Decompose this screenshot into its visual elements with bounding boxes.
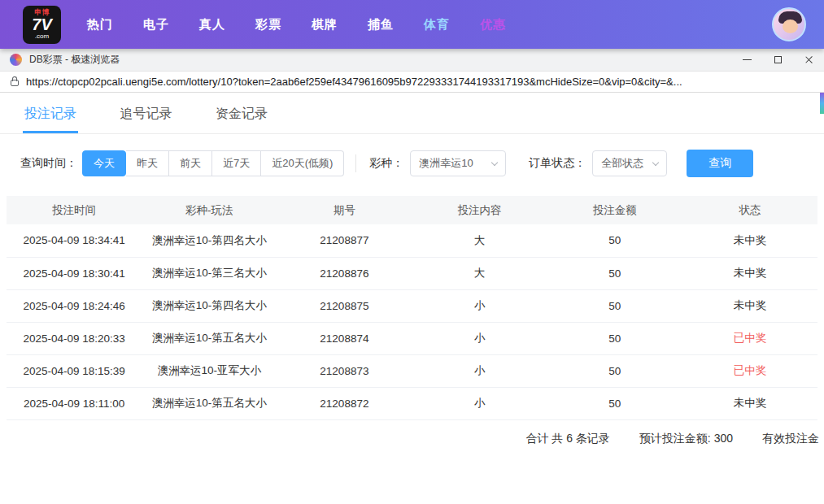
- maximize-button[interactable]: [762, 49, 793, 71]
- minimize-icon: [743, 59, 752, 60]
- window-title: DB彩票 - 极速浏览器: [29, 53, 120, 67]
- cell-issue: 21208873: [277, 354, 412, 387]
- tab-chase-records[interactable]: 追号记录: [118, 93, 173, 133]
- chevron-down-icon: [491, 159, 498, 165]
- nav-item-sports[interactable]: 体育: [424, 17, 450, 33]
- cell-amount: 50: [547, 354, 682, 387]
- cell-issue: 21208876: [277, 257, 412, 289]
- records-table-wrap: 投注时间 彩种-玩法 期号 投注内容 投注金额 状态 2025-04-09 18…: [0, 191, 824, 446]
- lottery-select[interactable]: 澳洲幸运10: [410, 150, 506, 176]
- cell-amount: 50: [547, 257, 682, 289]
- site-logo[interactable]: 申博 7V .com: [23, 6, 61, 44]
- nav-item-promo[interactable]: 优惠: [480, 17, 506, 33]
- browser-window: DB彩票 - 极速浏览器 https://ctopcp02pcali.uengi…: [0, 49, 824, 503]
- summary-valid-amount: 有效投注金: [762, 432, 819, 446]
- table-row[interactable]: 2025-04-09 18:30:41 澳洲幸运10-第三名大小 2120887…: [7, 257, 817, 289]
- cell-issue: 21208872: [277, 387, 412, 419]
- cell-issue: 21208875: [277, 289, 412, 322]
- time-option-today[interactable]: 今天: [82, 150, 126, 176]
- col-header-issue: 期号: [277, 196, 412, 224]
- nav-item-lottery[interactable]: 彩票: [255, 17, 281, 33]
- nav-item-slots[interactable]: 电子: [143, 17, 169, 33]
- status-cell: 已中奖: [682, 322, 817, 354]
- logo-suffix-text: .com: [35, 33, 49, 40]
- status-cell: 未中奖: [682, 257, 817, 289]
- table-header-row: 投注时间 彩种-玩法 期号 投注内容 投注金额 状态: [7, 196, 817, 224]
- cell-game: 澳洲幸运10-第四名大小: [142, 224, 277, 257]
- table-row[interactable]: 2025-04-09 18:34:41 澳洲幸运10-第四名大小 2120887…: [7, 224, 817, 257]
- cell-amount: 50: [547, 387, 682, 419]
- cell-content: 大: [412, 224, 547, 257]
- time-filter-group: 今天 昨天 前天 近7天 近20天(低频): [82, 150, 344, 176]
- nav-item-hot[interactable]: 热门: [87, 17, 113, 33]
- close-icon: [804, 55, 813, 64]
- cell-content: 大: [412, 257, 547, 289]
- screen: 申博 7V .com 热门 电子 真人 彩票 棋牌 捕鱼 体育 优惠 DB彩票 …: [0, 0, 824, 504]
- time-option-day-before[interactable]: 前天: [169, 150, 212, 176]
- query-button[interactable]: 查询: [687, 150, 753, 177]
- tab-bet-records[interactable]: 投注记录: [23, 93, 78, 133]
- table-row[interactable]: 2025-04-09 18:24:46 澳洲幸运10-第四名大小 2120887…: [7, 289, 817, 322]
- table-row[interactable]: 2025-04-09 18:20:33 澳洲幸运10-第五名大小 2120887…: [7, 322, 817, 354]
- filter-bar: 查询时间： 今天 昨天 前天 近7天 近20天(低频) 彩种： 澳洲幸运10 订…: [0, 134, 824, 191]
- cell-bet-time: 2025-04-09 18:24:46: [7, 289, 142, 322]
- cell-content: 小: [412, 387, 547, 419]
- cell-bet-time: 2025-04-09 18:11:00: [7, 387, 142, 419]
- logo-main-text: 7V: [32, 16, 51, 33]
- col-header-bet-time: 投注时间: [7, 196, 142, 224]
- status-select-value: 全部状态: [601, 156, 643, 171]
- status-cell: 未中奖: [682, 289, 817, 322]
- close-button[interactable]: [793, 49, 824, 71]
- col-header-amount: 投注金额: [547, 196, 682, 224]
- cell-content: 小: [412, 322, 547, 354]
- cell-amount: 50: [547, 224, 682, 257]
- status-cell: 未中奖: [682, 224, 817, 257]
- minimize-button[interactable]: [731, 49, 762, 71]
- cell-bet-time: 2025-04-09 18:34:41: [7, 224, 142, 257]
- cell-issue: 21208874: [277, 322, 412, 354]
- time-option-yesterday[interactable]: 昨天: [126, 150, 169, 176]
- cell-game: 澳洲幸运10-第三名大小: [142, 257, 277, 289]
- nav-item-live[interactable]: 真人: [199, 17, 225, 33]
- window-titlebar: DB彩票 - 极速浏览器: [0, 49, 824, 72]
- lottery-select-value: 澳洲幸运10: [419, 156, 473, 171]
- table-row[interactable]: 2025-04-09 18:15:39 澳洲幸运10-亚军大小 21208873…: [7, 354, 817, 387]
- status-select[interactable]: 全部状态: [592, 150, 667, 176]
- chevron-down-icon: [652, 159, 659, 165]
- record-tabs: 投注记录 追号记录 资金记录: [0, 93, 824, 134]
- cell-game: 澳洲幸运10-亚军大小: [142, 354, 277, 387]
- lock-icon: [11, 80, 19, 86]
- cell-bet-time: 2025-04-09 18:15:39: [7, 354, 142, 387]
- status-filter-label: 订单状态：: [529, 156, 586, 171]
- cell-issue: 21208877: [277, 224, 412, 257]
- col-header-status: 状态: [682, 196, 817, 224]
- time-option-7days[interactable]: 近7天: [212, 150, 261, 176]
- cell-content: 小: [412, 354, 547, 387]
- browser-logo-icon: [10, 54, 22, 66]
- cell-content: 小: [412, 289, 547, 322]
- lottery-records-page: 投注记录 追号记录 资金记录 查询时间： 今天 昨天 前天 近7天 近20天(低…: [0, 93, 824, 503]
- summary-total: 合计 共 6 条记录: [525, 432, 609, 446]
- page-edge-decoration: [820, 93, 824, 114]
- status-cell: 未中奖: [682, 387, 817, 419]
- filter-divider: [355, 154, 356, 172]
- cell-bet-time: 2025-04-09 18:20:33: [7, 322, 142, 354]
- nav-item-cards[interactable]: 棋牌: [312, 17, 338, 33]
- cell-game: 澳洲幸运10-第四名大小: [142, 289, 277, 322]
- nav-item-fishing[interactable]: 捕鱼: [368, 17, 394, 33]
- address-bar: https://ctopcp02pcali.uengi5e.com/lotter…: [0, 72, 824, 93]
- cell-amount: 50: [547, 322, 682, 354]
- col-header-game: 彩种-玩法: [142, 196, 277, 224]
- user-avatar[interactable]: [772, 7, 806, 41]
- maximize-icon: [774, 56, 782, 63]
- cell-bet-time: 2025-04-09 18:30:41: [7, 257, 142, 289]
- records-table: 投注时间 彩种-玩法 期号 投注内容 投注金额 状态 2025-04-09 18…: [7, 196, 817, 420]
- tab-fund-records[interactable]: 资金记录: [214, 93, 269, 133]
- table-row[interactable]: 2025-04-09 18:11:00 澳洲幸运10-第五名大小 2120887…: [7, 387, 817, 419]
- lottery-filter-label: 彩种：: [369, 156, 403, 171]
- cell-amount: 50: [547, 289, 682, 322]
- time-option-20days[interactable]: 近20天(低频): [261, 150, 344, 176]
- status-cell: 已中奖: [682, 354, 817, 387]
- url-text[interactable]: https://ctopcp02pcali.uengi5e.com/lotter…: [26, 76, 682, 88]
- window-controls: [731, 49, 824, 71]
